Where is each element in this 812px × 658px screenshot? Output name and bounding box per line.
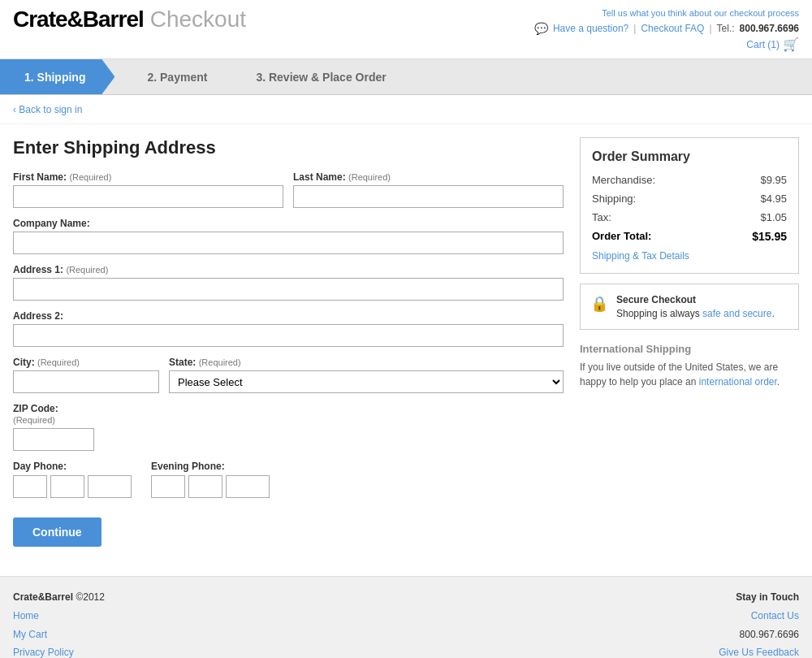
secure-box: 🔒 Secure Checkout Shopping is always saf… — [580, 284, 799, 330]
feedback-link[interactable]: Tell us what you think about our checkou… — [602, 8, 799, 18]
secure-text1: Shopping is always — [616, 308, 702, 319]
step-shipping[interactable]: 1. Shipping — [0, 59, 114, 94]
city-label: City: (Required) — [13, 357, 159, 368]
day-phone-line[interactable] — [88, 475, 132, 498]
tax-value: $1.05 — [760, 211, 787, 223]
shipping-row: Shipping: $4.95 — [592, 193, 787, 205]
first-name-group: First Name: (Required) — [13, 171, 283, 208]
zip-required: (Required) — [13, 415, 55, 425]
footer-year: ©2012 — [76, 591, 105, 603]
checkout-label: Checkout — [150, 6, 246, 32]
cart-icon: 🛒 — [783, 37, 799, 52]
footer: Crate&Barrel ©2012 Home My Cart Privacy … — [0, 576, 812, 658]
cart-link[interactable]: Cart (1) 🛒 — [534, 37, 799, 52]
evening-phone-inputs — [151, 475, 270, 498]
tel-label: Tel.: — [717, 23, 735, 34]
merchandise-row: Merchandise: $9.95 — [592, 174, 787, 186]
address2-group: Address 2: — [13, 310, 564, 347]
shipping-value: $4.95 — [760, 193, 787, 205]
last-name-required: (Required) — [348, 172, 391, 182]
intl-title: International Shipping — [580, 343, 799, 355]
footer-privacy-link[interactable]: Privacy Policy — [13, 647, 74, 658]
footer-contact-link[interactable]: Contact Us — [751, 610, 799, 621]
secure-title: Secure Checkout — [616, 294, 775, 305]
form-title: Enter Shipping Address — [13, 137, 564, 158]
phone-number: 800.967.6696 — [740, 23, 799, 34]
last-name-label: Last Name: (Required) — [293, 171, 564, 183]
address1-group: Address 1: (Required) — [13, 264, 564, 301]
zip-group: ZIP Code: (Required) — [13, 403, 94, 451]
address2-input[interactable] — [13, 324, 564, 347]
intl-text2: . — [777, 376, 780, 387]
footer-mycart-link[interactable]: My Cart — [13, 629, 47, 640]
city-input[interactable] — [13, 370, 159, 393]
address2-row: Address 2: — [13, 310, 564, 347]
company-label: Company Name: — [13, 218, 564, 229]
continue-button[interactable]: Continue — [13, 517, 102, 547]
back-to-sign-link[interactable]: Back to sign in — [13, 104, 82, 115]
merchandise-label: Merchandise: — [592, 174, 655, 186]
logo-area: Crate&Barrel Checkout — [13, 6, 246, 32]
lock-icon: 🔒 — [590, 295, 608, 313]
day-phone-area[interactable] — [13, 475, 47, 498]
top-right: Tell us what you think about our checkou… — [534, 6, 799, 52]
secure-text: Secure Checkout Shopping is always safe … — [616, 294, 775, 319]
total-label: Order Total: — [592, 230, 651, 243]
day-phone-group: Day Phone: — [13, 461, 132, 498]
top-bar: Crate&Barrel Checkout Tell us what you t… — [0, 0, 812, 59]
logo: Crate&Barrel — [13, 6, 144, 32]
merchandise-value: $9.95 — [760, 174, 787, 186]
last-name-input[interactable] — [293, 185, 564, 208]
evening-phone-line[interactable] — [226, 475, 270, 498]
day-phone-inputs — [13, 475, 132, 498]
progress-bar: 1. Shipping 2. Payment 3. Review & Place… — [0, 59, 812, 95]
checkout-faq-link[interactable]: Checkout FAQ — [641, 23, 704, 34]
name-row: First Name: (Required) Last Name: (Requi… — [13, 171, 564, 208]
form-side: Enter Shipping Address First Name: (Requ… — [13, 137, 564, 547]
tax-row: Tax: $1.05 — [592, 211, 787, 223]
zip-row: ZIP Code: (Required) — [13, 403, 564, 451]
address1-label: Address 1: (Required) — [13, 264, 564, 275]
back-link-area: Back to sign in — [0, 95, 812, 124]
day-phone-prefix[interactable] — [50, 475, 84, 498]
company-row: Company Name: — [13, 218, 564, 254]
day-phone-label: Day Phone: — [13, 461, 132, 472]
shipping-tax-link[interactable]: Shipping & Tax Details — [592, 250, 689, 262]
support-bar: 💬 Have a question? | Checkout FAQ | Tel.… — [534, 22, 799, 35]
evening-phone-prefix[interactable] — [188, 475, 222, 498]
state-select[interactable]: Please Select Alabama Alaska Arizona Ark… — [169, 370, 564, 393]
footer-home-link[interactable]: Home — [13, 610, 39, 621]
city-required: (Required) — [37, 357, 80, 367]
footer-feedback-link[interactable]: Give Us Feedback — [719, 647, 799, 658]
cart-label: Cart (1) — [746, 39, 780, 50]
last-name-group: Last Name: (Required) — [293, 171, 564, 208]
evening-phone-label: Evening Phone: — [151, 461, 270, 472]
evening-phone-area[interactable] — [151, 475, 185, 498]
address1-input[interactable] — [13, 278, 564, 301]
zip-input[interactable] — [13, 428, 94, 451]
intl-shipping: International Shipping If you live outsi… — [580, 340, 799, 392]
step-review[interactable]: 3. Review & Place Order — [223, 59, 402, 94]
footer-stay-title: Stay in Touch — [736, 591, 799, 603]
first-name-label: First Name: (Required) — [13, 171, 283, 183]
address2-label: Address 2: — [13, 310, 564, 322]
chat-icon: 💬 — [534, 22, 548, 35]
city-state-row: City: (Required) State: (Required) Pleas… — [13, 357, 564, 393]
intl-order-link[interactable]: international order — [699, 376, 777, 387]
have-question-link[interactable]: Have a question? — [553, 23, 628, 34]
address1-required: (Required) — [66, 265, 108, 275]
tax-label: Tax: — [592, 211, 611, 223]
step-payment[interactable]: 2. Payment — [114, 59, 223, 94]
company-input[interactable] — [13, 232, 564, 254]
footer-left: Crate&Barrel ©2012 Home My Cart Privacy … — [13, 588, 105, 658]
footer-phone: 800.967.6696 — [740, 629, 799, 640]
secure-text2: . — [771, 308, 774, 319]
address1-row: Address 1: (Required) — [13, 264, 564, 301]
evening-phone-group: Evening Phone: — [151, 461, 270, 498]
shipping-label: Shipping: — [592, 193, 636, 205]
total-row: Order Total: $15.95 — [592, 230, 787, 243]
intl-text: If you live outside of the United States… — [580, 360, 799, 389]
company-group: Company Name: — [13, 218, 564, 254]
first-name-input[interactable] — [13, 185, 283, 208]
secure-link[interactable]: safe and secure — [702, 308, 771, 319]
